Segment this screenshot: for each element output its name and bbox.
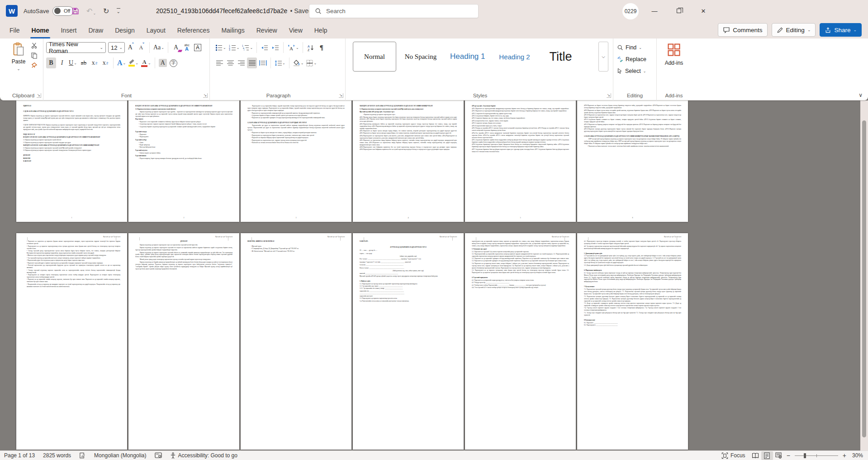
font-dialog-launcher[interactable]: ↘ xyxy=(203,93,208,98)
style-h2[interactable]: Heading 2 xyxy=(493,42,536,72)
tab-mailings[interactable]: Mailings xyxy=(215,22,250,38)
distribute-text-button[interactable] xyxy=(258,58,268,68)
text-effects-button[interactable]: A⌄ xyxy=(116,58,127,68)
copy-button[interactable] xyxy=(31,52,38,59)
bullets-button[interactable]: ⌄ xyxy=(214,42,227,53)
zoom-slider[interactable] xyxy=(795,451,838,460)
document-page[interactable]: 429 дүгээр зүйл. Агуулахын баримт429.1.Х… xyxy=(465,101,576,222)
styles-more-button[interactable]: ⌵ xyxy=(598,42,608,72)
paragraph-dialog-launcher[interactable]: ↘ xyxy=(339,93,343,98)
zoom-percentage[interactable]: 30% xyxy=(848,451,864,460)
clipboard-dialog-launcher[interactable]: ↘ xyxy=(37,93,41,98)
vertical-scrollbar-thumb[interactable] xyxy=(862,120,866,437)
enclose-characters-button[interactable]: 字 xyxy=(169,58,179,68)
page-number-status[interactable]: Page 1 of 13 xyxy=(0,451,39,460)
grow-font-button[interactable]: Aˆ xyxy=(126,42,136,53)
document-page[interactable]: Иргэний эрх зүй- Тусгай ангихадгалуулагч… xyxy=(465,233,576,450)
paste-button[interactable]: Paste ⌄ xyxy=(7,42,30,84)
autosave-control[interactable]: AutoSave Off xyxy=(24,0,74,22)
document-page[interactable]: Хадгалуулагч нь эд хөрөнгийн байдал, түү… xyxy=(241,101,351,222)
comments-button[interactable]: Comments xyxy=(718,23,767,37)
accessibility-status[interactable]: Accessibility: Good to go xyxy=(166,451,242,460)
bold-button[interactable]: B xyxy=(46,58,56,68)
collapse-ribbon-button[interactable]: ∨ xyxy=(859,92,863,98)
document-page[interactable]: ХОЁРДУГААР БҮЛЭГ: БАРААНЫ АГУУЛАХАД ЭД Х… xyxy=(353,101,464,222)
shrink-font-button[interactable]: Aˇ xyxy=(137,42,147,53)
document-canvas[interactable]: УДИРТГАЛСЭДЭВ: БАРААНЫ АГУУЛАХАД ЭД ХӨРӨ… xyxy=(0,101,860,450)
document-title[interactable]: 202510_4193b106dd47fecef62afee8c1d7ba2e … xyxy=(156,0,319,22)
clear-formatting-button[interactable]: A xyxy=(171,42,181,53)
document-page[interactable]: Иргэний эрх зүй- Тусгай анги4.5. Хадгалу… xyxy=(577,233,688,450)
align-center-button[interactable] xyxy=(225,58,235,68)
select-button[interactable]: Select ⌄ xyxy=(613,66,656,77)
cut-button[interactable] xyxy=(31,42,38,49)
redo-button[interactable]: ↻ xyxy=(103,7,109,15)
strikethrough-button[interactable]: ab xyxy=(79,58,89,68)
font-name-select[interactable]: Times New Roman⌄ xyxy=(46,42,106,53)
superscript-button[interactable]: x2 xyxy=(100,58,110,68)
style-normal[interactable]: Normal xyxy=(353,42,396,72)
borders-button[interactable]: ⌄ xyxy=(305,58,318,68)
close-button[interactable]: ✕ xyxy=(693,0,714,22)
tab-file[interactable]: File xyxy=(4,22,26,38)
sort-button[interactable]: AZ xyxy=(306,42,316,53)
tab-design[interactable]: Design xyxy=(109,22,141,38)
styles-dialog-launcher[interactable]: ↘ xyxy=(607,93,611,98)
customize-qat-button[interactable]: ⌄ xyxy=(117,8,120,14)
style-h1[interactable]: Heading 1 xyxy=(445,42,490,72)
tab-draw[interactable]: Draw xyxy=(82,22,109,38)
text-predictions-status[interactable] xyxy=(151,451,166,460)
language-status[interactable]: Mongolian (Mongolia) xyxy=(90,451,150,460)
shading-button[interactable]: ⌄ xyxy=(292,58,305,68)
font-size-select[interactable]: 12⌄ xyxy=(108,42,125,53)
align-left-button[interactable] xyxy=(214,58,224,68)
font-color-button[interactable]: A⌄ xyxy=(140,58,152,68)
restore-button[interactable] xyxy=(669,0,689,22)
tab-view[interactable]: View xyxy=(283,22,308,38)
web-layout-button[interactable] xyxy=(773,451,785,460)
addins-button[interactable]: Add-ins xyxy=(657,43,691,66)
style-title[interactable]: Title xyxy=(539,42,583,72)
word-logo[interactable]: W xyxy=(6,5,18,17)
replace-button[interactable]: bc Replace xyxy=(613,54,656,65)
document-page[interactable]: Иргэний эрх зүй- Тусгай ангиДҮГНЭЛТБаран… xyxy=(128,233,239,450)
focus-mode-button[interactable]: Focus xyxy=(717,451,749,460)
numbering-button[interactable]: 123⌄ xyxy=(228,42,241,53)
phonetic-guide-button[interactable]: abcA xyxy=(182,42,192,53)
tab-review[interactable]: Review xyxy=(251,22,283,38)
tab-home[interactable]: Home xyxy=(26,22,55,38)
account-badge[interactable]: 0229 xyxy=(622,3,639,19)
document-page[interactable]: УДИРТГАЛСЭДЭВ: БАРААНЫ АГУУЛАХАД ЭД ХӨРӨ… xyxy=(16,101,127,222)
underline-button[interactable]: U⌄ xyxy=(68,58,78,68)
document-page[interactable]: Иргэний эрх зүй- Тусгай ангиНОМ ЗҮЙ, АШИ… xyxy=(241,233,351,450)
zoom-in-button[interactable]: + xyxy=(841,452,848,459)
search-input[interactable]: Search xyxy=(309,4,479,18)
read-mode-button[interactable] xyxy=(749,451,761,460)
autosave-toggle[interactable]: Off xyxy=(52,6,74,16)
increase-indent-button[interactable] xyxy=(270,42,280,53)
print-layout-button[interactable] xyxy=(761,451,773,460)
subscript-button[interactable]: x2 xyxy=(90,58,100,68)
find-button[interactable]: Find ⌄ xyxy=(613,42,656,53)
vertical-scrollbar[interactable] xyxy=(860,101,868,450)
tab-insert[interactable]: Insert xyxy=(55,22,82,38)
tab-help[interactable]: Help xyxy=(308,22,333,38)
align-right-button[interactable] xyxy=(236,58,246,68)
character-border-button[interactable]: A xyxy=(193,42,203,53)
line-spacing-button[interactable]: ⌄ xyxy=(274,58,286,68)
change-case-button[interactable]: Aa⌄ xyxy=(152,42,165,53)
zoom-out-button[interactable]: − xyxy=(785,452,792,459)
style-nospacing[interactable]: No Spacing xyxy=(399,42,442,72)
zoom-slider-thumb[interactable] xyxy=(804,453,806,458)
multilevel-list-button[interactable]: 1ai⌄ xyxy=(241,42,254,53)
tab-references[interactable]: References xyxy=(171,22,216,38)
word-count-status[interactable]: 2825 words xyxy=(39,451,75,460)
editing-mode-button[interactable]: Editing ⌄ xyxy=(772,23,816,37)
decrease-indent-button[interactable] xyxy=(260,42,270,53)
format-painter-button[interactable] xyxy=(31,62,38,69)
minimize-button[interactable]: — xyxy=(644,0,665,22)
character-shading-button[interactable]: A xyxy=(158,58,168,68)
text-highlight-button[interactable]: ⌄ xyxy=(128,58,139,68)
save-button[interactable] xyxy=(71,7,79,15)
document-page[interactable]: 429.8.Хадгалагч нь барааг хэсэгчлэн буца… xyxy=(577,101,688,222)
